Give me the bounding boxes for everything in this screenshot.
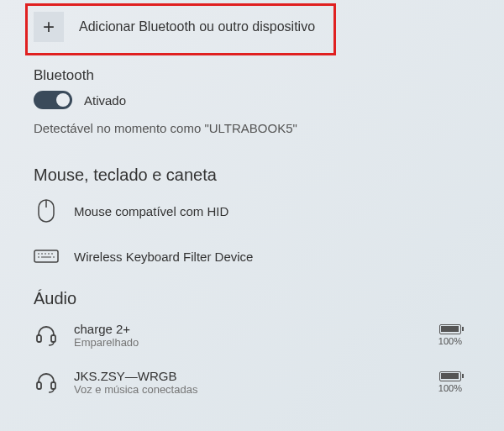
section-title-audio: Áudio bbox=[34, 289, 470, 308]
plus-icon: + bbox=[34, 12, 64, 42]
svg-rect-13 bbox=[37, 382, 41, 389]
device-status: Emparelhado bbox=[74, 336, 423, 349]
device-name: Mouse compatível com HID bbox=[74, 204, 470, 218]
device-name: Wireless Keyboard Filter Device bbox=[74, 250, 470, 264]
device-name: JKS.ZSY—WRGB bbox=[74, 369, 423, 383]
battery-indicator: 100% bbox=[438, 371, 462, 393]
battery-percent: 100% bbox=[438, 383, 462, 393]
toggle-switch-icon bbox=[34, 91, 72, 109]
svg-rect-2 bbox=[34, 250, 58, 262]
headset-icon bbox=[34, 323, 59, 348]
device-item-mouse[interactable]: Mouse compatível com HID bbox=[34, 198, 470, 223]
battery-icon bbox=[439, 324, 461, 334]
device-item-keyboard[interactable]: Wireless Keyboard Filter Device bbox=[34, 244, 470, 269]
section-title-mouse: Mouse, teclado e caneta bbox=[34, 166, 470, 185]
svg-rect-12 bbox=[51, 335, 55, 342]
add-device-label: Adicionar Bluetooth ou outro dispositivo bbox=[79, 19, 315, 34]
bluetooth-heading: Bluetooth bbox=[34, 67, 470, 84]
headset-icon bbox=[34, 370, 59, 395]
battery-percent: 100% bbox=[438, 336, 462, 346]
battery-icon bbox=[439, 371, 461, 381]
mouse-icon bbox=[34, 198, 59, 223]
bluetooth-toggle[interactable]: Ativado bbox=[34, 91, 470, 109]
discoverable-text: Detectável no momento como "ULTRABOOK5" bbox=[34, 121, 470, 135]
toggle-state-label: Ativado bbox=[84, 93, 126, 108]
settings-panel: + Adicionar Bluetooth ou outro dispositi… bbox=[0, 0, 504, 431]
device-item-audio[interactable]: charge 2+ Emparelhado 100% bbox=[34, 322, 470, 349]
device-status: Voz e música conectadas bbox=[74, 383, 423, 396]
keyboard-icon bbox=[34, 244, 59, 269]
svg-rect-14 bbox=[51, 382, 55, 389]
device-item-audio[interactable]: JKS.ZSY—WRGB Voz e música conectadas 100… bbox=[34, 369, 470, 396]
device-name: charge 2+ bbox=[74, 322, 423, 336]
battery-indicator: 100% bbox=[438, 324, 462, 346]
svg-rect-11 bbox=[37, 335, 41, 342]
add-device-button[interactable]: + Adicionar Bluetooth ou outro dispositi… bbox=[34, 8, 470, 67]
